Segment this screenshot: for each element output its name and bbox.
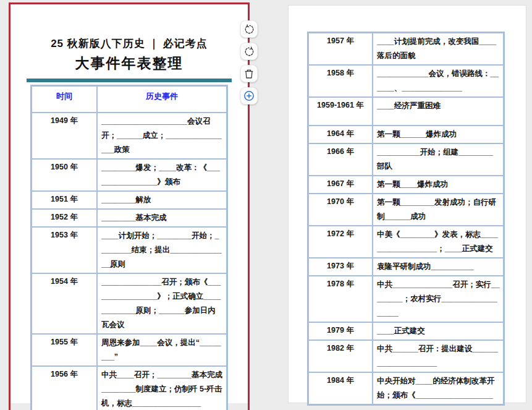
table-row: 1982 年中共______召开：提出建设___________________… (308, 340, 504, 372)
table-row: 1957 年____计划提前完成，改变我国____落后的面貌 (308, 33, 504, 66)
event-cell: 中共______________召开；实行________；农村实行______… (373, 276, 504, 322)
table-row: 1959-1961 年____经济严重困难 (308, 97, 504, 126)
rotate-ccw-button[interactable] (240, 20, 258, 38)
table-row: 1979 年____正式建交 (308, 322, 504, 340)
year-cell: 1964 年 (308, 126, 373, 143)
event-cell: 第一颗______爆炸成功 (373, 126, 504, 143)
delete-button[interactable] (240, 65, 258, 82)
table-row: 1973 年袁隆平研制成功__________ (308, 258, 504, 276)
year-cell: 1970 年 (308, 194, 373, 226)
event-cell: 中央开始对____的经济体制改革开始；颁布《__________________ (373, 372, 504, 405)
year-cell: 1984 年 (308, 372, 373, 405)
timeline-table-right: 1957 年____计划提前完成，改变我国____落后的面貌1958 年____… (307, 32, 505, 406)
table-row: 1972 年中美《________》发表，标志_________________… (308, 226, 504, 258)
selection-frame[interactable] (9, 2, 250, 410)
table-row: 1978 年中共______________召开；实行________；农村实行… (308, 276, 504, 322)
table-row: 1964 年第一颗______爆炸成功 (308, 126, 504, 143)
zoom-in-button[interactable] (240, 87, 258, 105)
table-row: 1984 年中央开始对____的经济体制改革开始；颁布《____________… (308, 372, 504, 405)
event-cell: ____正式建交 (373, 322, 504, 340)
event-cell: ____________会议，错误路线：______、_____________… (373, 65, 504, 97)
table-row: 1970 年第一颗________发射成功；自行研制______成功 (308, 194, 504, 226)
table-row: 1967 年第一颗____爆炸成功 (308, 176, 504, 194)
trash-icon (244, 69, 254, 79)
event-cell: __________开始；组建________部队 (373, 143, 504, 176)
year-cell: 1979 年 (308, 322, 373, 340)
editor-canvas: 25 秋新版八下历史 ｜ 必记考点 大事件年表整理 时间 历史事件 1949 年… (0, 0, 532, 410)
event-cell: 中美《________》发表，标志__________________；____… (373, 226, 504, 258)
event-cell: 第一颗____爆炸成功 (373, 176, 504, 194)
year-cell: 1966 年 (308, 143, 373, 176)
rotate-cw-button[interactable] (240, 43, 258, 60)
rotate-cw-icon (244, 46, 255, 57)
event-cell: 中共______召开：提出建设____________________ (373, 340, 504, 372)
page-right[interactable]: 1957 年____计划提前完成，改变我国____落后的面貌1958 年____… (288, 5, 526, 403)
year-cell: 1978 年 (308, 276, 373, 322)
year-cell: 1982 年 (308, 340, 373, 372)
table-row: 1966 年__________开始；组建________部队 (308, 143, 504, 176)
year-cell: 1957 年 (308, 33, 373, 66)
event-cell: ____计划提前完成，改变我国____落后的面貌 (373, 33, 504, 66)
year-cell: 1973 年 (308, 258, 373, 276)
table-row: 1958 年____________会议，错误路线：______、_______… (308, 65, 504, 97)
event-cell: 第一颗________发射成功；自行研制______成功 (373, 194, 504, 226)
year-cell: 1958 年 (308, 65, 373, 97)
event-cell: ____经济严重困难 (373, 97, 504, 126)
rotate-ccw-icon (244, 24, 255, 35)
floating-toolbar (240, 20, 258, 105)
year-cell: 1972 年 (308, 226, 373, 258)
year-cell: 1959-1961 年 (308, 97, 373, 126)
year-cell: 1967 年 (308, 176, 373, 194)
event-cell: 袁隆平研制成功__________ (373, 258, 504, 276)
zoom-in-icon (243, 90, 255, 101)
